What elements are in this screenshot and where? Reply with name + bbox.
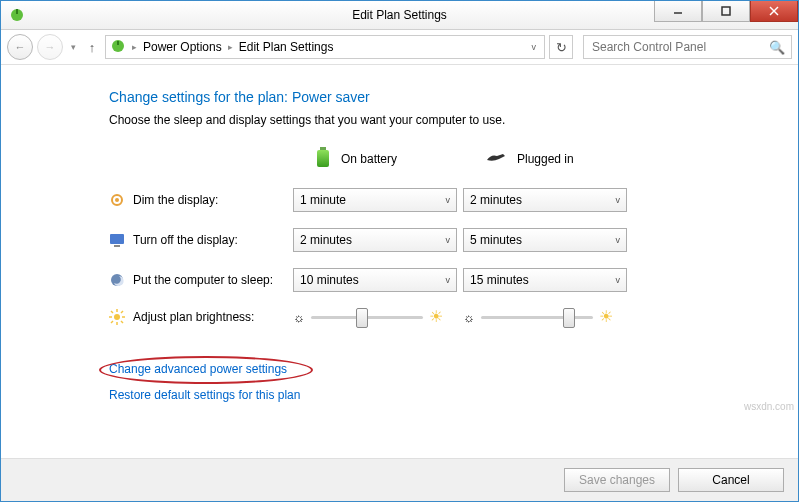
svg-line-22	[121, 311, 123, 313]
sleep-battery-select[interactable]: 10 minutesv	[293, 268, 457, 292]
svg-rect-12	[110, 234, 124, 244]
navbar: ← → ▾ ↑ ▸ Power Options ▸ Edit Plan Sett…	[1, 30, 798, 65]
svg-rect-1	[16, 9, 18, 14]
history-dropdown[interactable]: ▾	[67, 42, 79, 52]
cancel-button[interactable]: Cancel	[678, 468, 784, 492]
window: Edit Plan Settings ← → ▾ ↑ ▸ Power Optio…	[0, 0, 799, 502]
dim-battery-select[interactable]: 1 minutev	[293, 188, 457, 212]
brightness-battery-cell: ☼ ☀	[293, 308, 443, 326]
monitor-icon	[109, 232, 125, 248]
chevron-down-icon: v	[616, 235, 621, 245]
row-turn-off-display: Turn off the display:	[109, 232, 293, 248]
chevron-down-icon: v	[446, 235, 451, 245]
brightness-plugged-slider[interactable]	[481, 308, 593, 326]
breadcrumb-power-options[interactable]: Power Options	[143, 40, 222, 54]
off-battery-select[interactable]: 2 minutesv	[293, 228, 457, 252]
column-plugged-label: Plugged in	[517, 152, 574, 166]
brightness-icon	[109, 309, 125, 325]
breadcrumb-edit-plan[interactable]: Edit Plan Settings	[239, 40, 334, 54]
column-battery-label: On battery	[341, 152, 397, 166]
svg-rect-7	[117, 41, 119, 45]
off-plugged-select[interactable]: 5 minutesv	[463, 228, 627, 252]
forward-button[interactable]: →	[37, 34, 63, 60]
sleep-plugged-select[interactable]: 15 minutesv	[463, 268, 627, 292]
svg-line-20	[111, 311, 113, 313]
chevron-down-icon: v	[616, 195, 621, 205]
links-section: Change advanced power settings Restore d…	[109, 362, 758, 414]
column-on-battery: On battery	[293, 145, 463, 172]
content: Change settings for the plan: Power save…	[1, 65, 798, 458]
window-controls	[654, 1, 798, 21]
dim-plugged-select[interactable]: 2 minutesv	[463, 188, 627, 212]
row-dim-display: Dim the display:	[109, 192, 293, 208]
breadcrumb-dropdown-icon[interactable]: v	[532, 42, 541, 52]
back-button[interactable]: ←	[7, 34, 33, 60]
column-plugged-in: Plugged in	[463, 150, 633, 167]
sun-high-icon: ☀	[429, 309, 443, 325]
up-button[interactable]: ↑	[83, 40, 101, 55]
sleep-icon	[109, 272, 125, 288]
sun-low-icon: ☼	[293, 311, 305, 324]
refresh-button[interactable]: ↻	[549, 35, 573, 59]
brightness-battery-slider[interactable]	[311, 308, 423, 326]
advanced-settings-link[interactable]: Change advanced power settings	[109, 362, 287, 376]
svg-rect-13	[114, 245, 120, 247]
power-plan-icon	[9, 7, 25, 23]
row-sleep: Put the computer to sleep:	[109, 272, 293, 288]
brightness-plugged-cell: ☼ ☀	[463, 308, 613, 326]
svg-line-21	[121, 321, 123, 323]
sun-high-icon: ☀	[599, 309, 613, 325]
chevron-down-icon: v	[616, 275, 621, 285]
svg-rect-3	[722, 7, 730, 15]
watermark: wsxdn.com	[744, 401, 794, 412]
chevron-down-icon: v	[446, 195, 451, 205]
chevron-right-icon: ▸	[228, 42, 233, 52]
dim-display-icon	[109, 192, 125, 208]
footer: Save changes Cancel	[1, 458, 798, 501]
row-brightness: Adjust plan brightness:	[109, 309, 293, 325]
page-subheading: Choose the sleep and display settings th…	[109, 113, 758, 127]
svg-point-11	[115, 198, 119, 202]
close-button[interactable]	[750, 1, 798, 22]
power-icon	[110, 38, 126, 57]
titlebar: Edit Plan Settings	[1, 1, 798, 30]
plug-icon	[485, 150, 507, 167]
brightness-label: Adjust plan brightness:	[133, 310, 254, 324]
battery-icon	[315, 145, 331, 172]
sun-low-icon: ☼	[463, 311, 475, 324]
minimize-button[interactable]	[654, 1, 702, 22]
restore-defaults-link[interactable]: Restore default settings for this plan	[109, 388, 300, 402]
svg-point-15	[114, 314, 120, 320]
save-changes-button[interactable]: Save changes	[564, 468, 670, 492]
sleep-label: Put the computer to sleep:	[133, 273, 273, 287]
svg-rect-8	[320, 147, 326, 150]
breadcrumb[interactable]: ▸ Power Options ▸ Edit Plan Settings v	[105, 35, 545, 59]
turn-off-display-label: Turn off the display:	[133, 233, 238, 247]
dim-display-label: Dim the display:	[133, 193, 218, 207]
chevron-down-icon: v	[446, 275, 451, 285]
settings-grid: On battery Plugged in Dim the display: 1…	[109, 145, 758, 326]
maximize-button[interactable]	[702, 1, 750, 22]
search-icon: 🔍	[769, 40, 785, 55]
chevron-right-icon: ▸	[132, 42, 137, 52]
svg-line-23	[111, 321, 113, 323]
svg-rect-9	[317, 150, 329, 167]
search-input[interactable]	[590, 39, 769, 55]
page-heading: Change settings for the plan: Power save…	[109, 89, 758, 105]
search-box[interactable]: 🔍	[583, 35, 792, 59]
